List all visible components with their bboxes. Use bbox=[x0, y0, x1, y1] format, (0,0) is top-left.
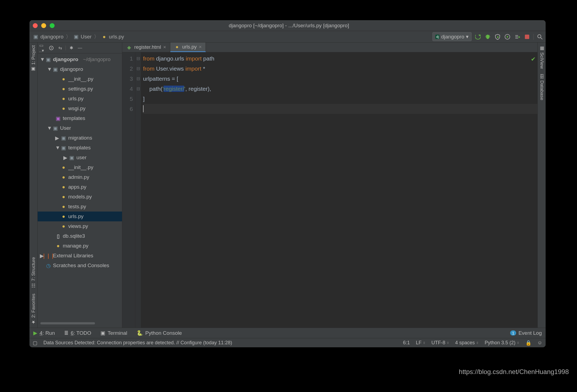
tree-row[interactable]: ●settings.py bbox=[38, 84, 122, 94]
run-button[interactable] bbox=[474, 33, 481, 40]
play-icon: ▶ bbox=[33, 330, 37, 336]
tree-row[interactable]: ●models.py bbox=[38, 192, 122, 202]
django-icon: dj bbox=[435, 35, 439, 39]
list-icon: ≣ bbox=[64, 330, 69, 336]
breadcrumb-root[interactable]: ▣djangopro bbox=[32, 33, 65, 40]
tree-row[interactable]: ▼▣User bbox=[38, 123, 122, 133]
stop-button[interactable] bbox=[524, 33, 531, 40]
hector-icon[interactable]: ☺ bbox=[537, 340, 542, 346]
library-icon: ❘❘❘ bbox=[45, 253, 51, 258]
tab-register-html[interactable]: ◆register.html× bbox=[122, 43, 170, 52]
tree-row[interactable]: ●__init__.py bbox=[38, 162, 122, 172]
collapse-icon: ▶ bbox=[55, 135, 59, 141]
expand-icon: ▼ bbox=[47, 125, 51, 131]
navigation-bar: ▣djangopro 〉 ▣User 〉 ●urls.py dj djangop… bbox=[29, 31, 546, 43]
tree-row[interactable]: ▼▣djangopro bbox=[38, 64, 122, 74]
tree-row-root[interactable]: ▼▣djangopro ~/djangopro bbox=[38, 55, 122, 64]
python-icon: ● bbox=[61, 165, 67, 170]
terminal-toolwindow-tab[interactable]: ▣Terminal bbox=[100, 330, 127, 336]
project-view-selector[interactable]: ▭ ..▾ bbox=[39, 45, 46, 51]
close-tab-button[interactable]: × bbox=[199, 44, 202, 50]
folder-icon: ▣ bbox=[69, 155, 75, 160]
editor[interactable]: 123456 ⊟⊟⊟ ⊟ ✔ from django.urls import p… bbox=[122, 52, 537, 328]
tree-row[interactable]: ▣templates bbox=[38, 113, 122, 123]
svg-line-13 bbox=[541, 38, 542, 39]
folder-icon: ▣ bbox=[45, 57, 51, 62]
lock-icon[interactable]: 🔒 bbox=[525, 340, 531, 346]
code-content[interactable]: ✔ from django.urls import path from User… bbox=[141, 52, 537, 328]
text-cursor bbox=[143, 105, 144, 112]
chevron-right-icon: 〉 bbox=[66, 33, 71, 40]
hide-button[interactable]: — bbox=[77, 45, 83, 51]
expand-all-button[interactable]: ⇆ bbox=[57, 45, 63, 51]
tool-windows-button[interactable]: ▢ bbox=[33, 340, 37, 346]
attach-button[interactable] bbox=[514, 33, 521, 40]
chevron-right-icon: 〉 bbox=[94, 33, 99, 40]
collapse-icon: ▶ bbox=[63, 155, 67, 161]
profile-button[interactable] bbox=[504, 33, 511, 40]
watermark-text: https://blog.csdn.net/ChenHuang1998 bbox=[459, 368, 569, 376]
python-console-tab[interactable]: 🐍Python Console bbox=[136, 330, 182, 336]
search-button[interactable] bbox=[536, 33, 543, 40]
tree-row[interactable]: ●wsgi.py bbox=[38, 104, 122, 113]
tree-row-scratches[interactable]: ◷Scratches and Consoles bbox=[38, 261, 122, 270]
tree-row[interactable]: ▶▣migrations bbox=[38, 133, 122, 143]
status-message[interactable]: Data Sources Detected: Connection proper… bbox=[43, 340, 397, 346]
debug-button[interactable] bbox=[484, 33, 491, 40]
editor-area: ◆register.html× ●urls.py× 123456 ⊟⊟⊟ ⊟ ✔… bbox=[122, 43, 537, 328]
tree-row[interactable]: ▯db.sqlite3 bbox=[38, 231, 122, 241]
tree-row[interactable]: ▼▣templates bbox=[38, 143, 122, 153]
tree-row[interactable]: ●admin.py bbox=[38, 172, 122, 182]
interpreter-selector[interactable]: Python 3.5 (2)⇳ bbox=[485, 340, 519, 346]
close-window-button[interactable] bbox=[33, 23, 38, 28]
indent-selector[interactable]: 4 spaces⇳ bbox=[455, 340, 479, 346]
tree-row-selected[interactable]: ●urls.py bbox=[38, 212, 122, 221]
notification-badge: 1 bbox=[510, 330, 516, 336]
python-icon: ● bbox=[61, 204, 67, 209]
line-separator-selector[interactable]: LF⇳ bbox=[416, 340, 425, 346]
tree-row[interactable]: ▶▣user bbox=[38, 153, 122, 162]
tree-row[interactable]: ●urls.py bbox=[38, 94, 122, 104]
chevron-down-icon: ▾ bbox=[466, 34, 469, 40]
database-toolwindow-tab[interactable]: 🗄Database bbox=[538, 71, 546, 103]
locate-file-button[interactable] bbox=[48, 45, 55, 51]
close-tab-button[interactable]: × bbox=[163, 44, 166, 50]
sciview-toolwindow-tab[interactable]: ▦SciView bbox=[538, 43, 546, 71]
tree-row[interactable]: ●manage.py bbox=[38, 241, 122, 251]
run-toolwindow-tab[interactable]: ▶4: Run bbox=[33, 330, 55, 336]
run-config-selector[interactable]: dj djangopro ▾ bbox=[432, 32, 472, 41]
tab-urls-py[interactable]: ●urls.py× bbox=[170, 43, 206, 52]
right-tool-stripe: ▦SciView 🗄Database bbox=[537, 43, 546, 328]
todo-toolwindow-tab[interactable]: ≣6: TODO bbox=[64, 330, 91, 336]
terminal-icon: ▣ bbox=[100, 330, 105, 336]
tree-row-external[interactable]: ▶❘❘❘External Libraries bbox=[38, 251, 122, 261]
favorites-toolwindow-tab[interactable]: ★2: Favorites bbox=[29, 291, 37, 328]
breadcrumb-user[interactable]: ▣User bbox=[72, 33, 93, 40]
tree-row[interactable]: ●tests.py bbox=[38, 202, 122, 212]
coverage-button[interactable] bbox=[494, 33, 501, 40]
bottom-tool-stripe: ▶4: Run ≣6: TODO ▣Terminal 🐍Python Conso… bbox=[29, 328, 546, 338]
tree-row[interactable]: ●apps.py bbox=[38, 182, 122, 192]
inspections-ok-icon[interactable]: ✔ bbox=[531, 54, 536, 64]
project-tree[interactable]: ▼▣djangopro ~/djangopro ▼▣djangopro ●__i… bbox=[38, 53, 122, 321]
minimize-window-button[interactable] bbox=[41, 23, 46, 28]
structure-toolwindow-tab[interactable]: ☷7: Structure bbox=[29, 254, 37, 291]
horizontal-scrollbar[interactable] bbox=[40, 322, 119, 326]
encoding-selector[interactable]: UTF-8⇳ bbox=[432, 340, 449, 346]
event-log-tab[interactable]: 1Event Log bbox=[510, 330, 542, 336]
editor-tabs: ◆register.html× ●urls.py× bbox=[122, 43, 537, 52]
caret-position[interactable]: 6:1 bbox=[403, 340, 410, 346]
folder-icon: ▣ bbox=[33, 34, 39, 40]
python-icon: 🐍 bbox=[136, 330, 143, 336]
python-icon: ● bbox=[55, 243, 61, 249]
tree-row[interactable]: ●__init__.py bbox=[38, 74, 122, 84]
settings-button[interactable]: ✱ bbox=[68, 45, 75, 51]
ide-window: djangopro [~/djangopro] - .../User/urls.… bbox=[29, 20, 546, 347]
tree-row[interactable]: ●views.py bbox=[38, 221, 122, 231]
project-toolwindow-tab[interactable]: ▣1: Project bbox=[29, 43, 37, 75]
expand-icon: ▼ bbox=[40, 56, 44, 62]
python-icon: ● bbox=[101, 34, 107, 40]
breadcrumb-file[interactable]: ●urls.py bbox=[100, 33, 125, 40]
expand-icon: ▼ bbox=[55, 145, 59, 151]
maximize-window-button[interactable] bbox=[50, 23, 55, 28]
